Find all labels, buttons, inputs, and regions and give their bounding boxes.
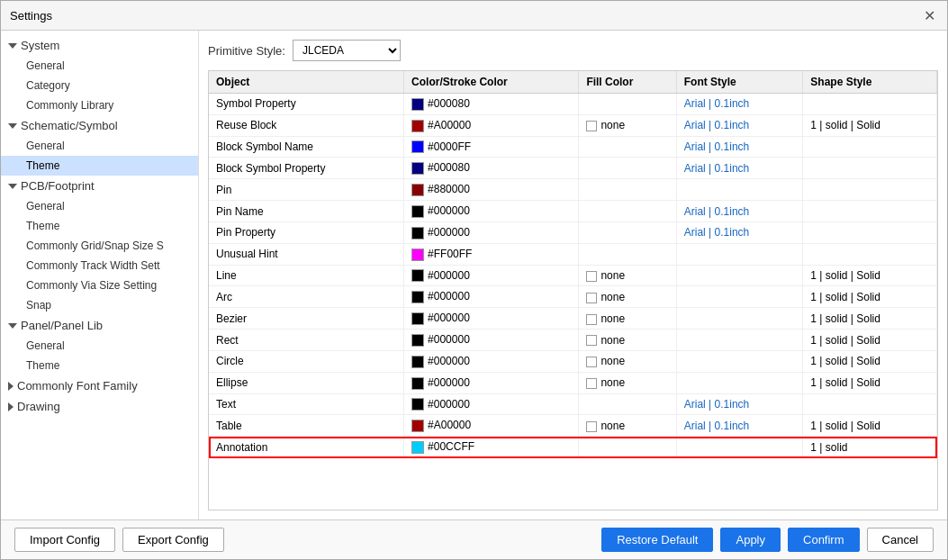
sidebar-item-system-commonly-library[interactable]: Commonly Library <box>1 95 198 115</box>
sidebar-item-schematic-general[interactable]: General <box>1 136 198 156</box>
main-area: Primitive Style: JLCEDA Custom Object Co… <box>199 31 947 519</box>
fill-checkbox <box>586 357 597 367</box>
cell-fill-color[interactable] <box>579 221 676 243</box>
triangle-icon <box>8 43 17 49</box>
cell-fill-color[interactable]: none <box>579 265 676 286</box>
cell-stroke-color[interactable]: #0000FF <box>404 136 579 158</box>
table-row[interactable]: Table#A00000noneArial | 0.1inch1 | solid… <box>209 415 937 437</box>
cell-stroke-color[interactable]: #000080 <box>404 158 579 179</box>
sidebar-group-label: Schematic/Symbol <box>21 119 118 132</box>
sidebar-item-system-category[interactable]: Category <box>1 76 198 95</box>
cell-stroke-color[interactable]: #000000 <box>404 221 579 243</box>
cell-fill-color[interactable] <box>579 437 676 458</box>
cell-stroke-color[interactable]: #A00000 <box>404 114 579 136</box>
table-row[interactable]: Line#000000none1 | solid | Solid <box>209 265 937 286</box>
table-row[interactable]: Reuse Block#A00000noneArial | 0.1inch1 |… <box>209 114 937 136</box>
sidebar-item-pcb-theme[interactable]: Theme <box>1 216 198 236</box>
stroke-color-swatch <box>411 398 424 411</box>
cell-stroke-color[interactable]: #FF00FF <box>404 243 579 265</box>
cell-stroke-color[interactable]: #000000 <box>404 350 579 372</box>
cell-fill-color[interactable]: none <box>579 308 676 330</box>
table-row[interactable]: Block Symbol Property#000080Arial | 0.1i… <box>209 158 937 179</box>
stroke-color-swatch <box>411 140 424 153</box>
table-row[interactable]: Unusual Hint#FF00FF <box>209 243 937 265</box>
sidebar-group-commonly-font[interactable]: Commonly Font Family <box>1 375 198 396</box>
table-row[interactable]: Bezier#000000none1 | solid | Solid <box>209 308 937 330</box>
table-row[interactable]: Annotation#00CCFF1 | solid <box>209 437 937 458</box>
cell-stroke-color[interactable]: #000000 <box>404 308 579 330</box>
stroke-color-swatch <box>411 162 424 175</box>
cell-stroke-color[interactable]: #000000 <box>404 201 579 222</box>
cell-object: Text <box>209 393 404 415</box>
cell-font-style <box>676 350 803 372</box>
cell-fill-color[interactable] <box>579 201 676 222</box>
table-row[interactable]: Arc#000000none1 | solid | Solid <box>209 286 937 308</box>
import-config-button[interactable]: Import Config <box>14 528 115 552</box>
cell-fill-color[interactable] <box>579 94 676 115</box>
cell-stroke-color[interactable]: #000000 <box>404 286 579 308</box>
cell-font-style <box>676 179 803 201</box>
sidebar-item-pcb-via-size[interactable]: Commonly Via Size Setting <box>1 275 198 295</box>
cell-shape-style <box>803 94 937 115</box>
table-row[interactable]: Pin Name#000000Arial | 0.1inch <box>209 201 937 222</box>
sidebar-group-panel-lib[interactable]: Panel/Panel Lib <box>1 315 198 336</box>
table-row[interactable]: Symbol Property#000080Arial | 0.1inch <box>209 94 937 115</box>
cell-font-style: Arial | 0.1inch <box>676 221 803 243</box>
sidebar-item-system-general[interactable]: General <box>1 56 198 76</box>
sidebar-group-drawing[interactable]: Drawing <box>1 396 198 417</box>
table-row[interactable]: Circle#000000none1 | solid | Solid <box>209 350 937 372</box>
table-row[interactable]: Pin#880000 <box>209 179 937 201</box>
cell-fill-color[interactable]: none <box>579 415 676 437</box>
content-area: SystemGeneralCategoryCommonly LibrarySch… <box>1 31 947 519</box>
table-row[interactable]: Text#000000Arial | 0.1inch <box>209 393 937 415</box>
cell-stroke-color[interactable]: #000080 <box>404 94 579 115</box>
cell-fill-color[interactable] <box>579 393 676 415</box>
sidebar-group-system[interactable]: System <box>1 35 198 56</box>
sidebar-item-panel-general[interactable]: General <box>1 336 198 356</box>
confirm-button[interactable]: Confirm <box>788 528 860 552</box>
sidebar-item-schematic-theme[interactable]: Theme <box>1 156 198 176</box>
cell-stroke-color[interactable]: #000000 <box>404 372 579 393</box>
table-header-row: Object Color/Stroke Color Fill Color Fon… <box>209 71 937 94</box>
cell-object: Bezier <box>209 308 404 330</box>
sidebar-item-pcb-general[interactable]: General <box>1 196 198 216</box>
footer-right: Restore Default Apply Confirm Cancel <box>601 528 934 552</box>
cell-stroke-color[interactable]: #000000 <box>404 330 579 351</box>
table-row[interactable]: Block Symbol Name#0000FFArial | 0.1inch <box>209 136 937 158</box>
cell-stroke-color[interactable]: #00CCFF <box>404 437 579 458</box>
sidebar-group-pcb-footprint[interactable]: PCB/Footprint <box>1 176 198 196</box>
cell-stroke-color[interactable]: #A00000 <box>404 415 579 437</box>
cell-fill-color[interactable]: none <box>579 350 676 372</box>
title-bar: Settings ✕ <box>1 1 947 31</box>
stroke-color-swatch <box>411 205 424 218</box>
cell-fill-color[interactable] <box>579 158 676 179</box>
sidebar-item-pcb-grid-snap[interactable]: Commonly Grid/Snap Size S <box>1 236 198 256</box>
cell-fill-color[interactable] <box>579 136 676 158</box>
cell-fill-color[interactable] <box>579 179 676 201</box>
cell-stroke-color[interactable]: #000000 <box>404 265 579 286</box>
cell-fill-color[interactable]: none <box>579 330 676 351</box>
cell-fill-color[interactable]: none <box>579 372 676 393</box>
table-row[interactable]: Pin Property#000000Arial | 0.1inch <box>209 221 937 243</box>
export-config-button[interactable]: Export Config <box>122 528 224 552</box>
sidebar-item-panel-theme[interactable]: Theme <box>1 356 198 375</box>
sidebar-item-pcb-snap[interactable]: Snap <box>1 295 198 315</box>
stroke-color-swatch <box>411 420 424 432</box>
sidebar-group-schematic-symbol[interactable]: Schematic/Symbol <box>1 115 198 136</box>
cell-fill-color[interactable] <box>579 243 676 265</box>
cancel-button[interactable]: Cancel <box>867 528 934 552</box>
cell-stroke-color[interactable]: #880000 <box>404 179 579 201</box>
primitive-style-select[interactable]: JLCEDA Custom <box>293 40 401 61</box>
close-button[interactable]: ✕ <box>920 6 938 24</box>
stroke-color-swatch <box>411 356 424 368</box>
cell-shape-style: 1 | solid | Solid <box>803 350 937 372</box>
restore-default-button[interactable]: Restore Default <box>601 528 713 552</box>
table-row[interactable]: Rect#000000none1 | solid | Solid <box>209 330 937 351</box>
apply-button[interactable]: Apply <box>720 528 781 552</box>
cell-fill-color[interactable]: none <box>579 114 676 136</box>
cell-stroke-color[interactable]: #000000 <box>404 393 579 415</box>
cell-fill-color[interactable]: none <box>579 286 676 308</box>
table-row[interactable]: Ellipse#000000none1 | solid | Solid <box>209 372 937 393</box>
sidebar-item-pcb-track-width[interactable]: Commonly Track Width Sett <box>1 256 198 275</box>
footer-left: Import Config Export Config <box>14 528 224 552</box>
